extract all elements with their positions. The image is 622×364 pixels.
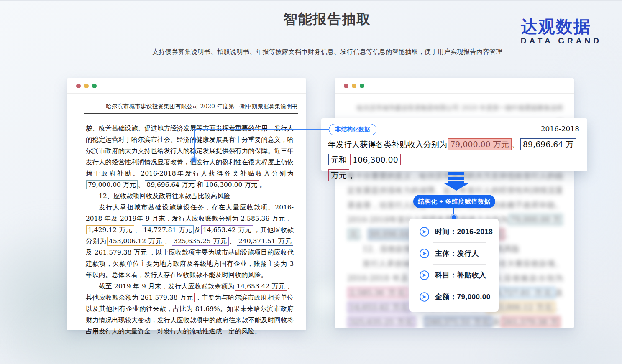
traffic-light-yellow-icon: [84, 84, 89, 88]
card-row-text: 金额：79,000.00: [435, 292, 491, 302]
text-run: 、: [416, 318, 424, 326]
highlighted-value: 261,579.38 万元: [139, 293, 195, 302]
card-row-time: 时间：2016-2018: [409, 221, 499, 242]
card-row-text: 时间：2016-2018: [435, 227, 493, 237]
card-row-text: 科目：补贴收入: [435, 270, 486, 280]
page: 智能报告抽取 支持债券募集说明书、招股说明书、年报等披露文档中财务信息、发行信息…: [0, 0, 622, 364]
highlighted-value: 79,000.00 万元: [86, 180, 138, 189]
highlighted-value: 14,653.42 万元: [201, 225, 253, 234]
traffic-light-red-icon: [344, 84, 348, 88]
brand-logo-en: DATA GRAND: [521, 36, 602, 46]
brand-logo-cn: 达观数据: [521, 18, 602, 35]
card-label: 主体：: [435, 249, 457, 257]
highlighted-value: 14,727.81 万元: [142, 225, 194, 234]
highlighted-value: 325,635.25 万元: [172, 237, 229, 246]
text-run: 及: [555, 288, 563, 297]
window-titlebar: [67, 78, 306, 94]
page-subtitle: 支持债券募集说明书、招股说明书、年报等披露文档中财务信息、发行信息等信息的智能抽…: [33, 48, 622, 56]
card-value: 发行人: [457, 249, 479, 257]
highlighted-value: 240,371.51 万元: [237, 237, 293, 246]
document-paragraph: 发行人承担城市基础设施建设任务，存在大量应收款项。2016-2018 年及 20…: [86, 202, 294, 281]
text-run: 及: [194, 226, 201, 234]
card-value: 补贴收入: [457, 271, 486, 279]
document-paragraph: 貌、改善基础设施、促进地方经济发展等方面发挥着重要的作用，发行人的稳定运营对于哈…: [86, 123, 294, 191]
traffic-light-green-icon: [360, 84, 364, 88]
card-row-subject: 主体：发行人: [409, 243, 499, 264]
text-run: 、: [138, 181, 145, 188]
highlighted-value: 14,727.81 万元: [489, 287, 555, 298]
highlighted-value: 万元: [328, 169, 349, 181]
connector-line-vertical: [194, 129, 195, 160]
arrow-circle-icon: [419, 292, 430, 302]
text-run: 貌、改善基础设施、促进地方经济发展等方面发挥着重要的作用，发行人的稳定运营对于哈…: [86, 125, 294, 177]
callout-period-label: 2016-2018: [541, 125, 579, 133]
traffic-light-yellow-icon: [352, 84, 356, 88]
text-run: 、: [555, 303, 563, 312]
card-value: 2016-2018: [457, 228, 493, 236]
highlighted-value: 325,635.25 万元: [348, 316, 415, 328]
top-divider: [0, 0, 622, 1]
highlighted-value: 261,579.38 万元: [93, 248, 148, 257]
highlighted-value: 453,006.12 万元: [107, 237, 164, 246]
arrow-circle-icon: [419, 248, 430, 259]
text-run: 年发行人获得各类补贴收入分别为: [328, 140, 447, 149]
transform-arrow-icon: [444, 172, 468, 191]
connector-line-horizontal: [194, 129, 329, 130]
structured-data-badge: 结构化 + 多维度赋值数据: [413, 195, 495, 208]
highlighted-value: 79,000.00 万元: [448, 138, 512, 150]
text-run: 、: [229, 237, 236, 245]
text-run: 、: [287, 215, 294, 222]
unstructured-data-badge: 非结构化数据: [329, 124, 376, 135]
highlighted-value: 106,300.00 万元: [204, 180, 259, 189]
document-paragraph: 截至 2019 年 9 月末，发行人应收账款余额为14,653.42 万元、其他…: [86, 281, 294, 337]
traffic-light-red-icon: [76, 84, 81, 88]
text-run: 及: [86, 249, 92, 256]
card-label: 时间：: [435, 228, 457, 236]
card-value: 79,000.00: [457, 293, 491, 301]
badge-connector-line: [453, 208, 454, 214]
highlighted-value: 2,585.36 万元: [348, 287, 408, 298]
text-run: 12、应收款项回收及政府往来款占比较高风险: [99, 192, 230, 200]
text-run: 、: [360, 230, 368, 239]
document-body: 貌、改善基础设施、促进地方经济发展等方面发挥着重要的作用，发行人的稳定运营对于哈…: [86, 123, 294, 337]
text-run: 和: [197, 181, 203, 188]
brand-logo: 达观数据 DATA GRAND: [521, 18, 602, 46]
card-row-account: 科目：补贴收入: [409, 265, 499, 286]
arrow-circle-icon: [419, 227, 430, 237]
document-title: 哈尔滨市城市建设投资集团有限公司 2020 年度第一期中期票据募集说明书: [84, 103, 298, 114]
text-run: 。: [350, 171, 358, 180]
text-run: 。: [505, 230, 513, 239]
source-document-window: 哈尔滨市城市建设投资集团有限公司 2020 年度第一期中期票据募集说明书 貌、改…: [67, 78, 306, 330]
card-label: 金额：: [435, 293, 457, 301]
card-row-amount: 金额：79,000.00: [409, 286, 499, 308]
badge-anchor-dot: [452, 215, 456, 219]
text-run: 、: [135, 226, 141, 234]
document-section-heading: 12、应收款项回收及政府往来款占比较高风险: [86, 191, 294, 202]
card-row-text: 主体：发行人: [435, 249, 479, 258]
highlighted-value: 1,429.12 万元: [86, 225, 134, 234]
highlighted-value: 2,585.36 万元: [239, 214, 287, 223]
traffic-light-green-icon: [92, 84, 97, 88]
highlighted-value: 240,371.51 万元: [424, 316, 492, 328]
window-titlebar: [335, 78, 574, 94]
text-run: 截至 2019 年 9 月末，发行人应收账款余额为: [99, 283, 235, 290]
unstructured-data-callout: 非结构化数据 2016-2018 年发行人获得各类补贴收入分别为79,000.0…: [321, 118, 587, 171]
text-run: 、: [512, 140, 520, 149]
text-run: 。: [259, 181, 266, 188]
text-run: 、: [164, 237, 171, 245]
highlighted-value: 89,696.64 万元: [145, 180, 196, 189]
arrow-circle-icon: [419, 270, 430, 280]
value-anchor-dot: [192, 158, 196, 162]
text-run: 及: [492, 318, 501, 326]
highlighted-value: 14,653.42 万元: [235, 282, 287, 291]
highlighted-value: 106,300.00: [350, 154, 401, 165]
highlighted-value: 14,653.42 万元: [348, 302, 411, 313]
structured-data-card: 时间：2016-2018 主体：发行人 科目：补贴收入 金额：79,000.00: [409, 219, 499, 312]
card-label: 科目：: [435, 271, 457, 279]
